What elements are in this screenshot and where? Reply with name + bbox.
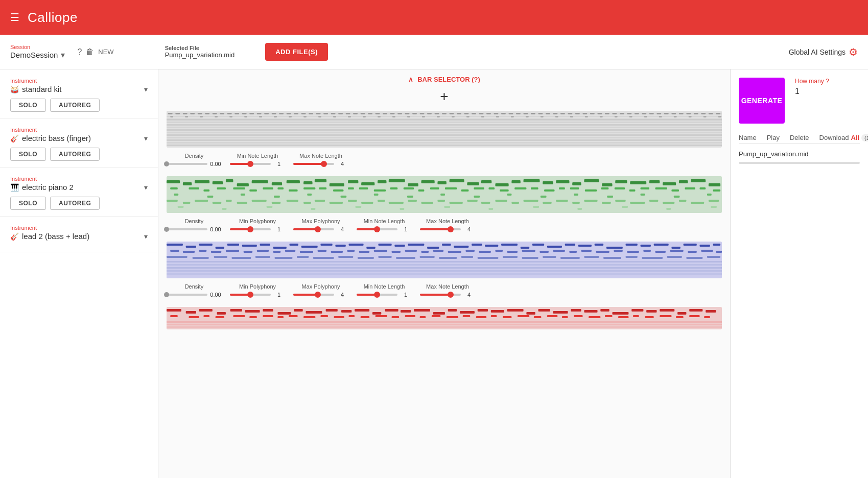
bar-selector-header[interactable]: ∧ BAR SELECTOR (?)	[158, 69, 730, 87]
svg-rect-151	[496, 183, 509, 186]
svg-rect-86	[274, 116, 277, 117]
svg-rect-33	[383, 113, 387, 114]
svg-rect-440	[503, 316, 511, 318]
svg-rect-228	[252, 200, 267, 202]
svg-rect-139	[315, 179, 326, 182]
files-col-delete: Delete	[790, 134, 809, 141]
add-files-button[interactable]: ADD FILE(S)	[265, 43, 328, 61]
svg-rect-370	[626, 256, 638, 258]
svg-rect-177	[333, 189, 343, 192]
svg-rect-11	[220, 113, 224, 114]
menu-icon[interactable]: ☰	[10, 11, 19, 23]
svg-rect-277	[227, 244, 239, 246]
svg-rect-94	[392, 116, 395, 117]
all-badge[interactable]: All	[851, 134, 859, 141]
instrument-name-row-1: 🥁 standard kit ▾	[10, 85, 148, 93]
right-panel: GENERATE How many ? 1 Name Play Delete D…	[730, 69, 868, 478]
svg-rect-284	[335, 245, 345, 247]
svg-rect-254	[649, 200, 658, 202]
svg-rect-303	[626, 244, 638, 246]
svg-rect-123	[167, 134, 722, 136]
svg-rect-125	[167, 139, 722, 141]
svg-rect-202	[685, 187, 695, 189]
svg-rect-240	[437, 200, 444, 202]
svg-rect-225	[213, 202, 221, 204]
svg-rect-350	[214, 256, 227, 258]
svg-rect-15	[249, 113, 254, 114]
svg-rect-127	[167, 145, 722, 146]
autoreg-btn-1[interactable]: AUTOREG	[50, 99, 100, 112]
svg-rect-398	[433, 312, 445, 315]
session-delete-btn[interactable]: 🗑	[86, 47, 94, 57]
svg-rect-169	[217, 187, 226, 189]
svg-rect-317	[273, 251, 280, 253]
svg-rect-354	[297, 256, 309, 258]
global-ai-settings-label: Global AI Settings	[789, 48, 846, 56]
svg-rect-85	[259, 116, 262, 117]
svg-rect-2	[167, 116, 722, 117]
svg-rect-160	[630, 181, 646, 184]
svg-rect-334	[522, 250, 535, 252]
svg-rect-333	[507, 251, 518, 253]
add-bar-btn-container: +	[158, 87, 730, 109]
main-layout: Instrument 🥁 standard kit ▾ SOLO AUTOREG…	[0, 69, 868, 478]
generate-button[interactable]: GENERATE	[739, 78, 785, 124]
drum-density-thumb[interactable]	[164, 161, 169, 166]
svg-rect-353	[275, 257, 293, 259]
instrument-chevron-4[interactable]: ▾	[144, 232, 148, 241]
svg-rect-17	[264, 113, 269, 114]
track-container-bass: Density 0.00 Min Polyphony	[158, 174, 730, 240]
svg-rect-233	[330, 202, 343, 204]
solo-btn-3[interactable]: SOLO	[10, 197, 46, 210]
svg-rect-74	[686, 113, 691, 114]
svg-rect-172	[263, 187, 273, 189]
svg-rect-97	[437, 116, 440, 117]
svg-rect-409	[600, 309, 609, 312]
session-help-btn[interactable]: ?	[77, 47, 82, 57]
svg-rect-445	[574, 315, 582, 317]
instrument-name-3: electric piano 2	[22, 183, 74, 192]
session-new-btn[interactable]: NEW	[98, 48, 113, 56]
svg-rect-26	[331, 113, 336, 114]
svg-rect-270	[666, 208, 671, 210]
add-bar-button[interactable]: +	[440, 89, 448, 104]
svg-rect-92	[363, 116, 366, 117]
files-header: Name Play Delete Download All (1)	[739, 132, 860, 144]
svg-rect-241	[450, 202, 463, 204]
instrument-chevron-1[interactable]: ▾	[144, 85, 148, 93]
solo-btn-1[interactable]: SOLO	[10, 99, 46, 112]
svg-rect-158	[602, 183, 612, 186]
svg-rect-182	[404, 187, 414, 189]
drum-min-note-thumb[interactable]	[247, 161, 253, 167]
svg-rect-387	[263, 309, 273, 312]
instrument-name-row-3: 🎹 electric piano 2 ▾	[10, 183, 148, 192]
svg-rect-455	[167, 321, 722, 323]
svg-rect-285	[349, 244, 364, 246]
svg-rect-111	[644, 116, 647, 117]
autoreg-btn-3[interactable]: AUTOREG	[50, 197, 100, 210]
bass-max-note-control: Max Note Length 4	[420, 218, 475, 232]
svg-rect-237	[389, 202, 404, 204]
svg-rect-244	[496, 200, 507, 202]
svg-rect-437	[463, 315, 470, 317]
svg-rect-9	[205, 113, 209, 114]
session-dropdown-btn[interactable]: ▾	[61, 50, 65, 60]
instrument-name-2: electric bass (finger)	[22, 134, 91, 142]
svg-rect-249	[572, 202, 579, 204]
svg-rect-401	[478, 309, 488, 312]
solo-btn-2[interactable]: SOLO	[10, 148, 46, 161]
drum-density-label: Density	[185, 153, 204, 159]
svg-rect-444	[562, 316, 568, 318]
instrument-chevron-3[interactable]: ▾	[144, 183, 148, 192]
svg-rect-77	[709, 113, 713, 114]
svg-rect-159	[615, 180, 627, 183]
drum-min-note-row: 1	[230, 161, 285, 167]
svg-rect-13	[234, 113, 239, 114]
sidebar: Instrument 🥁 standard kit ▾ SOLO AUTOREG…	[0, 69, 158, 478]
global-ai-settings[interactable]: Global AI Settings ⚙	[789, 46, 858, 58]
piano-min-poly-control: Min Polyphony 1	[230, 283, 285, 298]
instrument-chevron-2[interactable]: ▾	[144, 134, 148, 142]
drum-max-note-thumb[interactable]	[321, 161, 327, 167]
autoreg-btn-2[interactable]: AUTOREG	[50, 148, 100, 161]
svg-rect-295	[501, 244, 518, 246]
